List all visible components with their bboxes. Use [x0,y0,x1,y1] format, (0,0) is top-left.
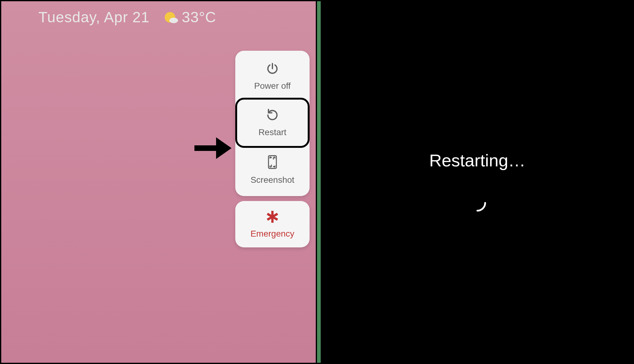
loading-spinner-icon [467,192,488,214]
home-screen-power-menu: Tuesday, Apr 21 33°C [0,0,317,364]
svg-point-1 [169,18,178,23]
power-icon [266,62,279,77]
weather-icon [163,10,178,25]
restarting-label: Restarting… [429,150,525,170]
emergency-button[interactable]: Emergency [235,201,310,247]
screenshot-button[interactable]: Screenshot [235,146,310,194]
power-off-label: Power off [254,81,291,91]
svg-marker-3 [216,137,232,159]
restart-label: Restart [258,127,286,137]
power-menu: Power off Restart [235,51,310,247]
date-label: Tuesday, Apr 21 [38,9,150,26]
panel-divider [317,0,321,364]
restart-screen: Restarting… [321,0,634,364]
svg-point-5 [470,195,485,211]
power-menu-card: Power off Restart [235,51,310,196]
restart-icon [266,108,279,123]
power-off-button[interactable]: Power off [235,53,310,100]
screenshot-label: Screenshot [250,175,294,185]
arrow-annotation [194,137,232,159]
screenshot-icon [267,155,278,171]
restart-button[interactable]: Restart [235,98,310,148]
emergency-label: Emergency [250,229,294,239]
weather-widget: 33°C [163,9,216,26]
status-bar: Tuesday, Apr 21 33°C [1,1,316,26]
emergency-icon [266,210,279,225]
svg-rect-2 [194,145,219,151]
temperature-label: 33°C [182,9,216,26]
